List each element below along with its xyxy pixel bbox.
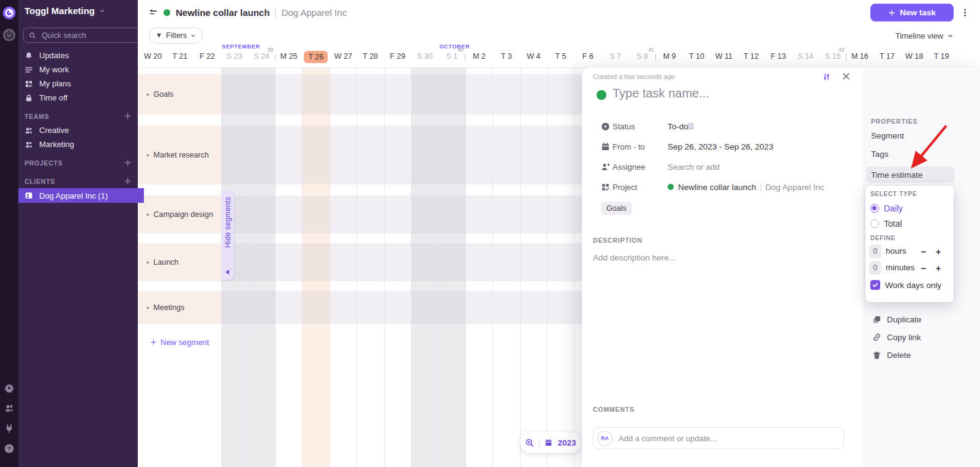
invite-members-button[interactable] bbox=[2, 401, 16, 415]
minutes-increment-button[interactable]: + bbox=[933, 261, 944, 275]
toggle-sidebar-icon[interactable] bbox=[149, 8, 158, 17]
segment-row-campaign-design[interactable]: •Campaign design bbox=[138, 196, 221, 234]
toggl-plan-logo-icon bbox=[2, 6, 16, 20]
workspace-name: Toggl Marketing bbox=[24, 6, 95, 16]
checkbox-checked-icon bbox=[870, 280, 880, 290]
minutes-decrement-button[interactable]: − bbox=[918, 261, 929, 275]
year-button[interactable]: 2023 bbox=[557, 438, 576, 447]
view-label: Timeline view bbox=[895, 31, 943, 40]
help-button[interactable]: ? bbox=[2, 442, 16, 455]
plus-icon[interactable] bbox=[124, 177, 132, 185]
sidebar-item-creative[interactable]: Creative bbox=[24, 123, 69, 137]
week-number: 39 bbox=[263, 47, 273, 53]
day-header-m-16: M 16 bbox=[846, 52, 873, 61]
comment-input[interactable] bbox=[617, 433, 840, 444]
grid-line bbox=[466, 68, 466, 467]
day-header-t-17: T 17 bbox=[873, 52, 901, 61]
new-segment-button[interactable]: New segment bbox=[150, 338, 209, 347]
view-selector[interactable]: Timeline view bbox=[891, 30, 954, 41]
filters-button[interactable]: Filters bbox=[149, 28, 203, 44]
segment-row-market-research[interactable]: •Market research bbox=[138, 126, 221, 184]
week-number: 42 bbox=[834, 47, 844, 53]
sidebar-item-dog-apparel-inc-1[interactable]: Dog Apparel Inc (1) bbox=[18, 188, 144, 203]
value-divider bbox=[761, 183, 761, 192]
plus-icon[interactable] bbox=[124, 112, 132, 120]
sidebar-item-my-plans[interactable]: My plans bbox=[24, 77, 71, 91]
todo-note-icon bbox=[687, 122, 695, 131]
sidebar-item-updates[interactable]: Updates bbox=[24, 48, 69, 63]
segment-row-goals[interactable]: •Goals bbox=[138, 74, 221, 115]
radio-selected-icon bbox=[870, 204, 879, 213]
work-days-only-checkbox[interactable]: Work days only bbox=[870, 279, 941, 291]
radio-option-total[interactable]: Total bbox=[870, 218, 902, 230]
field-value-assignee[interactable]: Search or add bbox=[668, 162, 720, 172]
field-value-from-to[interactable]: Sep 26, 2023 - Sep 26, 2023 bbox=[668, 142, 774, 151]
calendar-icon[interactable] bbox=[545, 439, 552, 447]
property-item-tags[interactable]: Tags bbox=[871, 150, 889, 159]
day-header-w-4: W 4 bbox=[520, 52, 548, 61]
minutes-value-field[interactable]: 0 bbox=[869, 261, 881, 275]
hours-increment-button[interactable]: + bbox=[933, 245, 944, 258]
grid-line bbox=[275, 68, 276, 467]
task-settings-sliders-icon[interactable] bbox=[822, 72, 831, 82]
property-item-segment[interactable]: Segment bbox=[871, 131, 904, 140]
segment-label: Meetings bbox=[154, 303, 185, 312]
field-value-client: Dog Apparel Inc bbox=[766, 183, 824, 192]
plus-icon bbox=[150, 339, 157, 346]
integrations-plug-button[interactable] bbox=[2, 422, 16, 435]
hours-decrement-button[interactable]: − bbox=[918, 245, 929, 258]
sidebar-item-label: Updates bbox=[39, 51, 69, 60]
stepper-unit-label: hours bbox=[886, 246, 907, 256]
duplicate-icon bbox=[872, 315, 881, 324]
sidebar-item-marketing[interactable]: Marketing bbox=[24, 137, 74, 151]
grid-line bbox=[438, 68, 439, 467]
radio-option-daily[interactable]: Daily bbox=[870, 202, 903, 215]
segments-column: New segment •Goals•Market research•Campa… bbox=[138, 68, 222, 467]
plus-icon[interactable] bbox=[124, 159, 132, 167]
section-label: TEAMS bbox=[24, 113, 49, 120]
hide-segments-tab[interactable]: Hide segments bbox=[221, 191, 234, 280]
quick-search[interactable] bbox=[23, 28, 143, 43]
field-label: Status bbox=[612, 122, 635, 131]
sidebar-item-my-work[interactable]: My work bbox=[24, 63, 69, 77]
field-value-status[interactable]: To-do bbox=[668, 122, 688, 131]
toggl-plan-logo-button[interactable] bbox=[2, 6, 16, 20]
new-task-button[interactable]: New task bbox=[870, 4, 954, 21]
segment-tag-chip[interactable]: Goals bbox=[601, 202, 632, 215]
field-value-project[interactable]: Newline collar launchDog Apparel Inc bbox=[668, 183, 824, 192]
tasks-list-icon bbox=[24, 66, 33, 74]
action-copy-link[interactable]: Copy link bbox=[872, 330, 921, 344]
day-header-f-6: F 6 bbox=[574, 52, 601, 61]
more-options-button[interactable] bbox=[959, 5, 970, 20]
week-divider-tick bbox=[655, 54, 656, 61]
property-item-time-estimate[interactable]: Time estimate bbox=[866, 167, 954, 183]
action-delete[interactable]: Delete bbox=[872, 348, 911, 362]
day-header-t-12: T 12 bbox=[737, 52, 765, 61]
month-row: SEPTEMBEROCTOBER bbox=[0, 44, 980, 50]
action-duplicate[interactable]: Duplicate bbox=[872, 313, 921, 326]
day-header-m-2: M 2 bbox=[466, 52, 493, 61]
zoom-in-icon[interactable] bbox=[525, 438, 534, 447]
hours-value-field[interactable]: 0 bbox=[869, 245, 881, 258]
close-panel-icon[interactable] bbox=[842, 72, 851, 81]
segment-row-meetings[interactable]: •Meetings bbox=[138, 291, 221, 324]
grid-line bbox=[520, 68, 521, 467]
segment-bullet: • bbox=[146, 90, 149, 99]
field-value-text: Newline collar launch bbox=[678, 183, 756, 192]
settings-gear-button[interactable] bbox=[2, 381, 16, 395]
sidebar-item-time-off[interactable]: Time off bbox=[24, 91, 67, 105]
avatar: RA bbox=[597, 431, 612, 446]
description-placeholder[interactable]: Add description here... bbox=[593, 253, 676, 262]
task-name-input[interactable] bbox=[611, 86, 828, 101]
chevron-down-icon bbox=[190, 33, 196, 39]
workspace-switcher[interactable]: Toggl Marketing bbox=[24, 6, 105, 16]
action-label: Duplicate bbox=[887, 315, 921, 324]
search-input[interactable] bbox=[40, 31, 123, 40]
calendar-icon bbox=[601, 142, 610, 151]
power-button[interactable] bbox=[2, 28, 16, 42]
week-number: 40 bbox=[453, 47, 464, 53]
field-label: From - to bbox=[612, 142, 645, 151]
grid-line bbox=[302, 68, 303, 467]
segment-row-launch[interactable]: •Launch bbox=[138, 243, 221, 281]
day-header-m-25: M 25 bbox=[275, 52, 303, 61]
